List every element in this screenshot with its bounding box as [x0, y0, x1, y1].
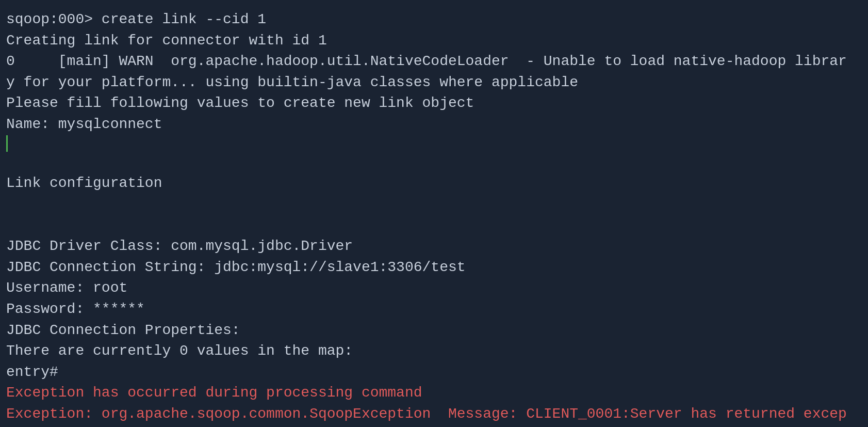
error-line: Exception has occurred during processing… — [6, 383, 862, 404]
blank-line — [6, 194, 862, 215]
error-line: tion — [6, 425, 862, 428]
output-line: 0 [main] WARN org.apache.hadoop.util.Nat… — [6, 51, 862, 72]
output-line: entry# — [6, 362, 862, 383]
output-line: There are currently 0 values in the map: — [6, 341, 862, 362]
cursor-line — [6, 135, 862, 152]
cursor — [6, 135, 8, 152]
output-line: Please fill following values to create n… — [6, 93, 862, 114]
output-line: Password: ****** — [6, 299, 862, 320]
output-line: Creating link for connector with id 1 — [6, 30, 862, 52]
output-line: JDBC Connection Properties: — [6, 320, 862, 341]
output-line: Username: root — [6, 278, 862, 299]
blank-line — [6, 152, 862, 173]
blank-line — [6, 215, 862, 236]
output-line: JDBC Driver Class: com.mysql.jdbc.Driver — [6, 236, 862, 257]
output-line: Link configuration — [6, 173, 862, 194]
output-line: y for your platform... using builtin-jav… — [6, 72, 862, 93]
output-line: JDBC Connection String: jdbc:mysql://sla… — [6, 257, 862, 278]
error-line: Exception: org.apache.sqoop.common.Sqoop… — [6, 404, 862, 425]
output-line: sqoop:000> create link --cid 1 — [6, 9, 862, 30]
terminal: sqoop:000> create link --cid 1Creating l… — [6, 9, 862, 418]
output-line: Name: mysqlconnect — [6, 114, 862, 135]
